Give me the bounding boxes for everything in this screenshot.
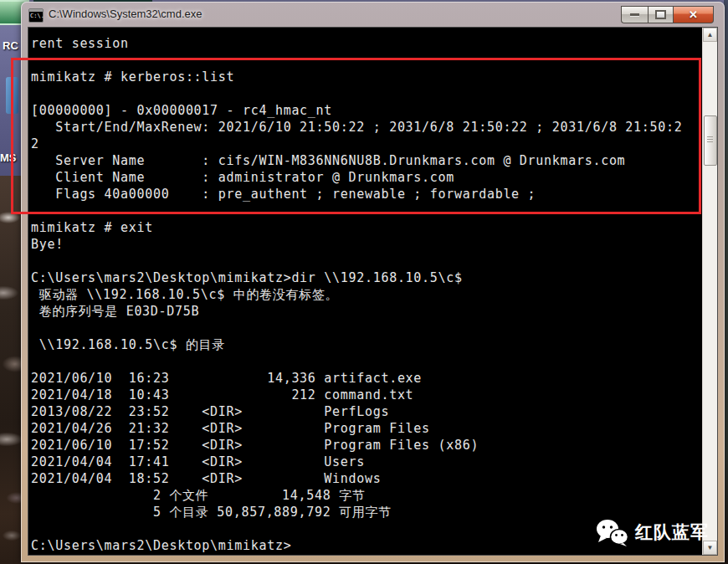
cmd-prompt-icon[interactable]: C:\. xyxy=(28,8,44,23)
screen: { "window": { "title": "C:\\Windows\\Sys… xyxy=(0,0,728,564)
cmd-icon-glyph: C:\. xyxy=(30,13,44,19)
close-button[interactable]: ✕ xyxy=(674,6,714,23)
watermark: 红队蓝军 xyxy=(596,518,709,546)
wechat-icon xyxy=(596,518,629,546)
window-title: C:\Windows\System32\cmd.exe xyxy=(49,8,203,20)
caption-buttons: ✕ xyxy=(621,6,714,23)
cmd-icon-titlestrip xyxy=(29,9,43,12)
minimize-icon xyxy=(630,13,639,16)
maximize-button[interactable] xyxy=(648,6,674,23)
maximize-icon xyxy=(655,10,666,19)
close-icon: ✕ xyxy=(689,9,698,20)
highlight-annotation-box xyxy=(11,58,701,214)
titlebar[interactable]: C:\. C:\Windows\System32\cmd.exe ✕ xyxy=(21,2,725,27)
scrollbar-thumb[interactable] xyxy=(704,115,717,166)
vertical-scrollbar[interactable]: ▲ ▼ xyxy=(702,28,717,555)
minimize-button[interactable] xyxy=(621,6,648,23)
desktop-icon-label[interactable]: RC xyxy=(3,39,18,52)
watermark-text: 红队蓝军 xyxy=(635,520,709,544)
scroll-up-icon[interactable]: ▲ xyxy=(703,28,717,42)
